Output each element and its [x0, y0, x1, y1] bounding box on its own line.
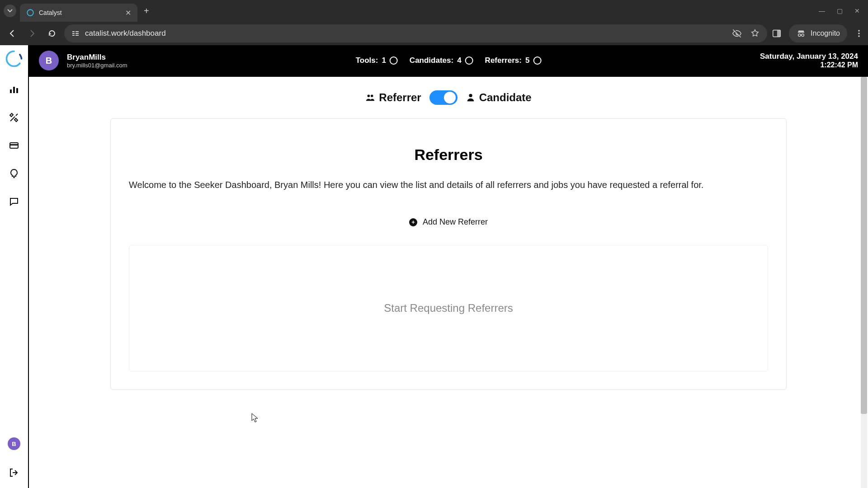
- empty-state-box[interactable]: Start Requesting Referrers: [129, 245, 768, 371]
- stat-candidates: Candidates: 4: [410, 56, 473, 65]
- sidebar-item-tools[interactable]: [4, 108, 24, 127]
- svg-rect-16: [16, 88, 18, 93]
- panel-title: Referrers: [129, 146, 768, 164]
- svg-rect-1: [72, 31, 75, 32]
- incognito-indicator[interactable]: Incognito: [789, 24, 847, 42]
- stat-candidates-value: 4: [457, 56, 461, 65]
- svg-rect-15: [13, 87, 15, 93]
- svg-point-12: [858, 33, 860, 34]
- coin-icon: [465, 56, 473, 65]
- sidebar-item-billing[interactable]: [4, 136, 24, 155]
- sidebar-item-messages[interactable]: [4, 192, 24, 211]
- stat-tools-label: Tools:: [356, 56, 378, 65]
- topbar: B BryanMills bry.mills01@gmail.com Tools…: [29, 45, 868, 77]
- tools-icon: [9, 112, 19, 123]
- datetime-block: Saturday, January 13, 2024 1:22:42 PM: [760, 52, 858, 69]
- svg-point-0: [27, 9, 33, 16]
- mode-referrer[interactable]: Referrer: [365, 91, 421, 104]
- side-panel-icon[interactable]: [772, 28, 782, 38]
- reload-button[interactable]: [44, 26, 60, 41]
- close-tab-button[interactable]: ✕: [125, 9, 131, 17]
- add-new-referrer-button[interactable]: + Add New Referrer: [129, 217, 768, 227]
- svg-point-10: [802, 34, 804, 37]
- forward-button[interactable]: [24, 26, 40, 41]
- empty-state-text: Start Requesting Referrers: [384, 302, 513, 314]
- content-area: Referrer Candidate Referrers Welcome to …: [29, 77, 868, 488]
- arrow-right-icon: [28, 29, 37, 38]
- lightbulb-icon: [9, 168, 19, 179]
- bookmark-star-icon[interactable]: [750, 28, 760, 38]
- user-avatar[interactable]: B: [39, 51, 59, 70]
- svg-point-11: [858, 30, 860, 32]
- sidebar-avatar-initial: B: [12, 441, 16, 447]
- referrers-panel: Referrers Welcome to the Seeker Dashboar…: [110, 118, 787, 390]
- svg-point-19: [368, 95, 370, 98]
- current-time: 1:22:42 PM: [760, 61, 858, 69]
- site-favicon-icon: [26, 9, 34, 17]
- main-column: B BryanMills bry.mills01@gmail.com Tools…: [29, 45, 868, 488]
- url-text: catalist.work/dashboard: [85, 29, 166, 38]
- user-email: bry.mills01@gmail.com: [67, 62, 127, 69]
- back-button[interactable]: [5, 26, 20, 41]
- mode-toggle[interactable]: [429, 90, 458, 105]
- incognito-label: Incognito: [811, 29, 840, 38]
- new-tab-button[interactable]: +: [144, 6, 149, 16]
- address-bar[interactable]: catalist.work/dashboard: [64, 24, 767, 42]
- svg-point-21: [469, 94, 472, 97]
- scrollbar-thumb[interactable]: [861, 77, 867, 414]
- mode-referrer-label: Referrer: [379, 91, 421, 104]
- panel-welcome-text: Welcome to the Seeker Dashboard, Bryan M…: [129, 178, 768, 192]
- mode-candidate[interactable]: Candidate: [466, 91, 532, 104]
- stat-tools: Tools: 1: [356, 56, 398, 65]
- people-icon: [365, 93, 375, 103]
- mode-toggle-row: Referrer Candidate: [29, 90, 868, 105]
- sidebar-item-ideas[interactable]: [4, 164, 24, 183]
- chevron-down-icon: [7, 8, 13, 14]
- tab-title: Catalyst: [39, 9, 121, 16]
- plus-circle-icon: +: [409, 218, 417, 226]
- sidebar-item-dashboard[interactable]: [4, 80, 24, 99]
- user-name: BryanMills: [67, 53, 127, 62]
- close-window-button[interactable]: ✕: [854, 7, 860, 14]
- browser-tab-strip: Catalyst ✕ + — ▢ ✕: [0, 0, 868, 22]
- svg-rect-18: [10, 144, 18, 145]
- reload-icon: [47, 29, 57, 38]
- coin-icon: [390, 56, 398, 65]
- svg-rect-4: [75, 31, 79, 32]
- minimize-button[interactable]: —: [819, 7, 825, 14]
- credit-card-icon: [9, 140, 19, 151]
- svg-rect-2: [72, 33, 75, 34]
- user-block: BryanMills bry.mills01@gmail.com: [67, 53, 127, 69]
- stat-tools-value: 1: [382, 56, 386, 65]
- incognito-icon: [796, 28, 806, 38]
- svg-rect-3: [72, 35, 75, 36]
- app-logo-icon[interactable]: [4, 49, 24, 69]
- user-avatar-initial: B: [46, 56, 52, 66]
- stat-referrers-value: 5: [525, 56, 529, 65]
- svg-rect-8: [777, 30, 780, 37]
- chat-icon: [9, 196, 19, 207]
- person-icon: [466, 93, 476, 103]
- svg-point-20: [371, 95, 373, 98]
- svg-point-13: [858, 35, 860, 37]
- tab-search-button[interactable]: [4, 5, 16, 17]
- svg-rect-14: [10, 89, 12, 93]
- browser-toolbar: catalist.work/dashboard Incognito: [0, 22, 868, 45]
- stats-bar: Tools: 1 Candidates: 4 Referrers: 5: [356, 56, 542, 65]
- svg-rect-6: [75, 35, 79, 36]
- sidebar-item-logout[interactable]: [4, 463, 24, 483]
- toggle-knob: [444, 92, 456, 103]
- logout-icon: [9, 467, 19, 478]
- window-controls: — ▢ ✕: [819, 7, 864, 14]
- svg-point-9: [798, 34, 801, 37]
- maximize-button[interactable]: ▢: [837, 7, 843, 14]
- bar-chart-icon: [9, 84, 19, 95]
- current-date: Saturday, January 13, 2024: [760, 52, 858, 61]
- site-settings-icon[interactable]: [71, 29, 80, 38]
- mode-candidate-label: Candidate: [479, 91, 532, 104]
- kebab-menu-icon[interactable]: [854, 29, 863, 38]
- browser-tab[interactable]: Catalyst ✕: [20, 4, 137, 22]
- add-new-referrer-label: Add New Referrer: [423, 217, 488, 227]
- sidebar-avatar[interactable]: B: [8, 437, 20, 450]
- eye-off-icon[interactable]: [732, 28, 742, 38]
